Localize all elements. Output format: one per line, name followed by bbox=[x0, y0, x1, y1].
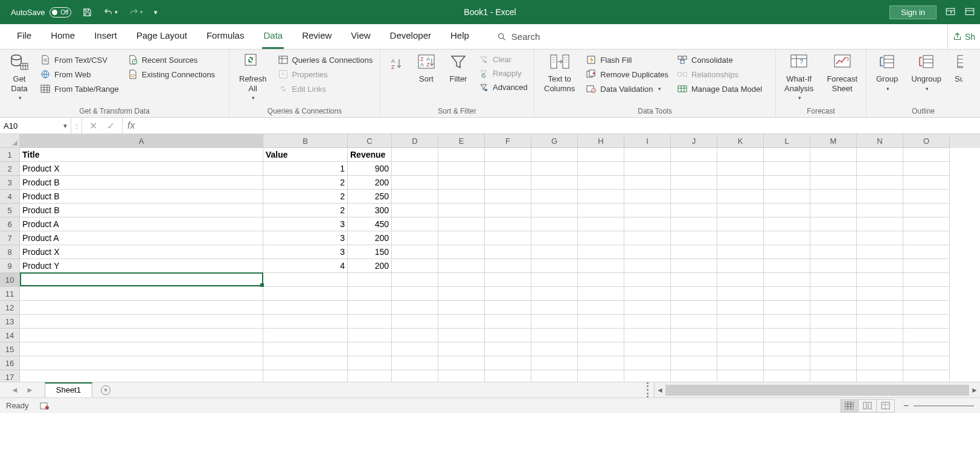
cell[interactable] bbox=[438, 273, 485, 287]
cell[interactable] bbox=[263, 301, 348, 315]
cell[interactable] bbox=[392, 287, 438, 301]
filter-button[interactable]: Filter bbox=[446, 52, 471, 84]
cell[interactable] bbox=[857, 259, 903, 273]
ribbon-display-options-icon[interactable] bbox=[945, 7, 956, 18]
cell[interactable] bbox=[764, 301, 810, 315]
cell[interactable] bbox=[764, 148, 810, 162]
cell[interactable] bbox=[624, 301, 671, 315]
cell[interactable]: 200 bbox=[348, 231, 392, 245]
cell[interactable] bbox=[671, 259, 717, 273]
column-header[interactable]: C bbox=[348, 134, 392, 148]
cell[interactable] bbox=[764, 217, 810, 231]
cell[interactable] bbox=[903, 245, 950, 259]
cell[interactable] bbox=[624, 356, 671, 370]
cell[interactable] bbox=[531, 204, 578, 217]
zoom-out-button[interactable]: − bbox=[903, 400, 909, 411]
column-header[interactable]: N bbox=[857, 134, 903, 148]
tab-developer[interactable]: Developer bbox=[380, 24, 441, 49]
cell[interactable] bbox=[392, 356, 438, 370]
subtotal-button[interactable]: Su bbox=[951, 52, 963, 84]
cell[interactable] bbox=[624, 329, 671, 342]
cell[interactable]: 900 bbox=[348, 162, 392, 176]
cell[interactable] bbox=[485, 176, 531, 190]
cell[interactable] bbox=[624, 148, 671, 162]
cell[interactable] bbox=[531, 231, 578, 245]
cell[interactable] bbox=[717, 356, 764, 370]
cell[interactable] bbox=[903, 190, 950, 204]
row-header[interactable]: 13 bbox=[0, 315, 20, 329]
view-page-layout-button[interactable] bbox=[859, 399, 877, 413]
row-header[interactable]: 12 bbox=[0, 301, 20, 315]
cell[interactable]: 1 bbox=[263, 162, 348, 176]
cell[interactable] bbox=[857, 231, 903, 245]
cell[interactable] bbox=[392, 148, 438, 162]
cell[interactable] bbox=[531, 315, 578, 329]
cell[interactable]: Product X bbox=[20, 162, 263, 176]
cell[interactable] bbox=[485, 245, 531, 259]
cell[interactable] bbox=[903, 315, 950, 329]
tab-insert[interactable]: Insert bbox=[85, 24, 127, 49]
cell[interactable] bbox=[348, 287, 392, 301]
cell[interactable] bbox=[717, 287, 764, 301]
cell[interactable] bbox=[485, 315, 531, 329]
customize-qat-icon[interactable]: ▾ bbox=[154, 8, 158, 16]
view-normal-button[interactable] bbox=[841, 399, 859, 413]
cell[interactable] bbox=[764, 231, 810, 245]
sheet-nav-next-icon[interactable]: ► bbox=[26, 385, 34, 394]
cell[interactable] bbox=[578, 329, 624, 342]
advanced-filter-button[interactable]: Advanced bbox=[477, 82, 529, 92]
cell[interactable] bbox=[857, 315, 903, 329]
from-text-csv-button[interactable]: From Text/CSV bbox=[39, 54, 120, 65]
cell[interactable] bbox=[903, 217, 950, 231]
cell[interactable] bbox=[624, 204, 671, 217]
column-header[interactable]: E bbox=[438, 134, 485, 148]
autosave-toggle[interactable]: AutoSave Off bbox=[0, 7, 71, 18]
cell[interactable]: 3 bbox=[263, 231, 348, 245]
cell[interactable] bbox=[810, 217, 857, 231]
cell[interactable] bbox=[263, 370, 348, 382]
cell[interactable] bbox=[438, 370, 485, 382]
cell[interactable] bbox=[810, 356, 857, 370]
cell[interactable] bbox=[717, 162, 764, 176]
cell[interactable] bbox=[485, 217, 531, 231]
row-header[interactable]: 16 bbox=[0, 356, 20, 370]
tell-me-search[interactable]: Search bbox=[497, 24, 540, 49]
cell[interactable] bbox=[578, 217, 624, 231]
cell[interactable] bbox=[392, 273, 438, 287]
cell[interactable]: 150 bbox=[348, 245, 392, 259]
cell[interactable] bbox=[717, 329, 764, 342]
cell[interactable] bbox=[857, 342, 903, 356]
cell[interactable] bbox=[624, 370, 671, 382]
hscroll-left-icon[interactable]: ◄ bbox=[655, 386, 665, 394]
cell[interactable] bbox=[438, 148, 485, 162]
cell[interactable] bbox=[810, 176, 857, 190]
row-header[interactable]: 2 bbox=[0, 162, 20, 176]
cell[interactable]: 450 bbox=[348, 217, 392, 231]
row-header[interactable]: 17 bbox=[0, 370, 20, 382]
cell[interactable] bbox=[392, 231, 438, 245]
cell[interactable] bbox=[717, 190, 764, 204]
cell[interactable]: 3 bbox=[263, 217, 348, 231]
relationships-button[interactable]: Relationships bbox=[676, 69, 763, 80]
column-header[interactable]: K bbox=[717, 134, 764, 148]
ungroup-button[interactable]: Ungroup ▾ bbox=[908, 52, 945, 92]
cell[interactable]: 200 bbox=[348, 176, 392, 190]
cell[interactable] bbox=[764, 204, 810, 217]
sort-az-button[interactable]: AZ bbox=[386, 52, 407, 77]
column-header[interactable]: D bbox=[392, 134, 438, 148]
cell[interactable] bbox=[392, 329, 438, 342]
redo-button[interactable]: ▾ bbox=[129, 7, 143, 18]
cell[interactable] bbox=[717, 315, 764, 329]
cell[interactable]: Revenue bbox=[348, 148, 392, 162]
cell[interactable] bbox=[438, 315, 485, 329]
cell[interactable] bbox=[764, 273, 810, 287]
cell[interactable] bbox=[438, 259, 485, 273]
cell[interactable] bbox=[671, 217, 717, 231]
cell[interactable] bbox=[531, 301, 578, 315]
cell[interactable] bbox=[903, 287, 950, 301]
refresh-all-button[interactable]: Refresh All ▾ bbox=[235, 52, 271, 101]
cell[interactable] bbox=[810, 231, 857, 245]
cell[interactable] bbox=[438, 204, 485, 217]
cell[interactable] bbox=[438, 217, 485, 231]
cell[interactable] bbox=[717, 273, 764, 287]
